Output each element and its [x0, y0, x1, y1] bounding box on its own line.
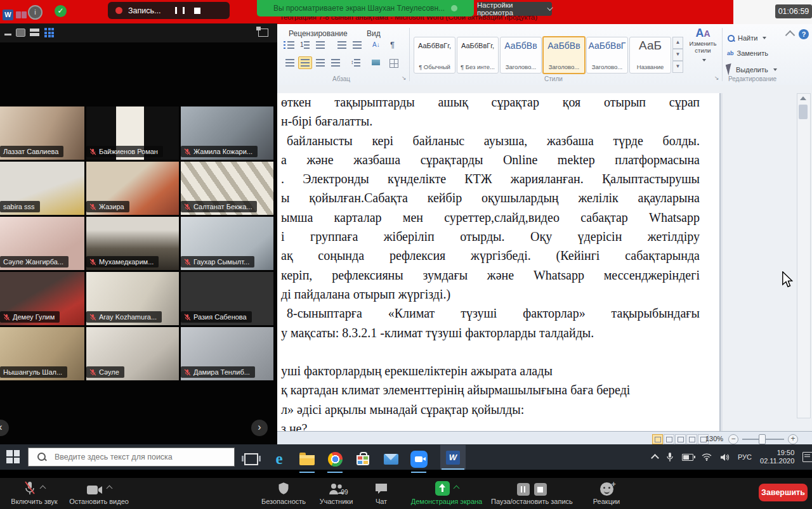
share-options-chevron[interactable] [453, 486, 459, 492]
word-taskbar-icon[interactable]: W [3, 10, 13, 20]
participant-tile[interactable]: Демеу Гулим [0, 272, 84, 325]
vertical-scrollbar[interactable] [797, 93, 811, 418]
taskbar-search[interactable] [28, 448, 235, 467]
pause-recording-icon[interactable] [517, 483, 530, 496]
participant-tile[interactable]: Мухамедкарим... [86, 217, 179, 270]
language-indicator[interactable]: РУС [738, 453, 752, 461]
view-web-layout-button[interactable] [675, 434, 686, 444]
participant-tile[interactable]: Байжиенов Роман [86, 106, 179, 160]
stop-video-button[interactable]: Остановить видео [66, 480, 132, 505]
strip-view-icon[interactable] [30, 29, 39, 36]
styles-scroll-up[interactable]: ▲ [672, 37, 683, 49]
store-icon[interactable] [350, 448, 376, 470]
participant-tile[interactable]: Нышангуль Шал... [0, 327, 84, 380]
video-options-chevron[interactable] [107, 486, 113, 492]
view-options-button[interactable]: Настройки просмотра [477, 2, 552, 16]
participant-tile[interactable]: Салтанат Бекжа... [181, 162, 273, 215]
participant-tile[interactable]: Жамила Кожари... [181, 106, 273, 160]
scroll-up-icon[interactable] [800, 96, 806, 100]
select-button[interactable]: Выделить [727, 64, 777, 75]
styles-scroll-down[interactable]: ▼ [672, 49, 683, 61]
align-right-button[interactable] [314, 57, 327, 68]
chat-button[interactable]: Чат [365, 480, 397, 505]
end-meeting-button[interactable]: Завершить [759, 484, 808, 501]
tab-view[interactable]: Вид [367, 29, 381, 38]
align-left-button[interactable] [284, 57, 296, 68]
stop-recording-icon[interactable] [194, 8, 200, 14]
style-card[interactable]: АаБбВвГг, ¶ Без инте... [457, 37, 499, 74]
reactions-button[interactable]: + Реакции [587, 480, 625, 505]
participants-button[interactable]: 99 Участники [316, 480, 357, 505]
decrease-indent-button[interactable] [336, 39, 348, 51]
style-card[interactable]: АаБбВв Заголово... [500, 37, 542, 74]
pause-stop-recording-button[interactable]: Пауза/остановить запись [491, 480, 572, 505]
next-page-button[interactable]: › [251, 420, 268, 436]
share-screen-button[interactable]: Демонстрация экрана [403, 480, 490, 505]
participant-tile[interactable]: Дамира Тенлиб... [181, 327, 273, 380]
styles-more[interactable]: ▼ [672, 61, 683, 73]
styles-dialog-launcher[interactable]: ↘ [714, 75, 719, 81]
borders-button[interactable] [388, 57, 400, 68]
zoom-in-button[interactable]: + [788, 434, 798, 444]
edge-icon[interactable]: e [266, 448, 292, 470]
speaker-view-icon[interactable] [16, 29, 25, 37]
multilevel-list-button[interactable] [314, 39, 327, 51]
action-center-icon[interactable] [802, 452, 812, 462]
increase-indent-button[interactable] [351, 39, 363, 51]
help-icon[interactable]: ? [799, 29, 809, 39]
zoom-slider-thumb[interactable] [759, 434, 766, 444]
mail-icon[interactable] [378, 448, 403, 470]
align-center-button[interactable] [298, 56, 312, 69]
style-card[interactable]: АаБбВвГг, ¶ Обычный [414, 37, 455, 74]
tray-mic-icon[interactable] [666, 452, 674, 462]
numbering-button[interactable]: 1 [299, 39, 311, 51]
start-button[interactable] [6, 450, 20, 463]
view-outline-button[interactable] [686, 434, 697, 444]
sort-button[interactable]: А↓ [371, 39, 384, 51]
participant-tile[interactable]: Сәуле [86, 327, 179, 380]
style-card[interactable]: АаБбВвГ Заголово... [586, 37, 628, 74]
file-explorer-icon[interactable] [294, 448, 320, 470]
zoom-level[interactable]: 130% [705, 435, 723, 442]
paragraph-dialog-launcher[interactable]: ↘ [402, 75, 407, 81]
zoom-app-icon[interactable] [406, 448, 431, 470]
tray-expand-icon[interactable] [651, 454, 659, 462]
participant-tile[interactable]: Сәуле Жангирба... [0, 217, 84, 270]
search-input[interactable] [53, 452, 221, 462]
style-card[interactable]: АаБ Название [629, 37, 671, 74]
info-icon[interactable]: i [28, 5, 43, 20]
stop-recording-icon[interactable] [534, 483, 547, 496]
clock[interactable]: 19:50 02.11.2020 [760, 449, 794, 465]
find-button[interactable]: Найти [727, 34, 766, 42]
scrollbar-thumb[interactable] [799, 105, 808, 119]
participant-tile[interactable]: Разия Сабенова [181, 272, 273, 325]
justify-button[interactable] [329, 57, 342, 68]
bullets-button[interactable] [284, 39, 296, 51]
minimize-panel-icon[interactable] [4, 34, 11, 35]
volume-icon[interactable] [720, 453, 730, 461]
collapse-ribbon-icon[interactable] [785, 30, 796, 41]
word-app-icon[interactable]: W [440, 445, 466, 470]
gallery-view-icon[interactable] [44, 28, 54, 37]
style-card[interactable]: АаБбВв Заголово... [542, 36, 586, 74]
participant-tile[interactable]: Гаухар Сымылт... [181, 217, 273, 270]
tab-review[interactable]: Рецензирование [289, 29, 348, 38]
shading-button[interactable] [370, 57, 383, 68]
pause-recording-icon[interactable] [175, 7, 185, 14]
participant-tile[interactable]: sabira sss [0, 162, 84, 215]
app-icon[interactable] [16, 11, 21, 18]
participant-tile[interactable]: Aray Kozhamura... [86, 272, 179, 325]
view-fullscreen-button[interactable] [664, 434, 674, 444]
security-button[interactable]: Безопасность [254, 480, 313, 505]
line-spacing-button[interactable]: ↕ [350, 57, 362, 68]
task-view-button[interactable] [239, 448, 264, 470]
previous-page-button[interactable]: ‹ [0, 420, 9, 436]
participant-tile[interactable]: Лаззат Савлиева [0, 106, 84, 160]
change-styles-button[interactable]: АА Изменить стили [685, 27, 721, 75]
app-icon[interactable] [22, 11, 27, 18]
wifi-icon[interactable] [702, 453, 712, 461]
show-marks-button[interactable]: ¶ [389, 39, 402, 51]
participant-tile[interactable]: Жазира [86, 162, 179, 215]
replace-button[interactable]: ab Заменить [727, 49, 768, 57]
battery-icon[interactable] [682, 454, 693, 461]
